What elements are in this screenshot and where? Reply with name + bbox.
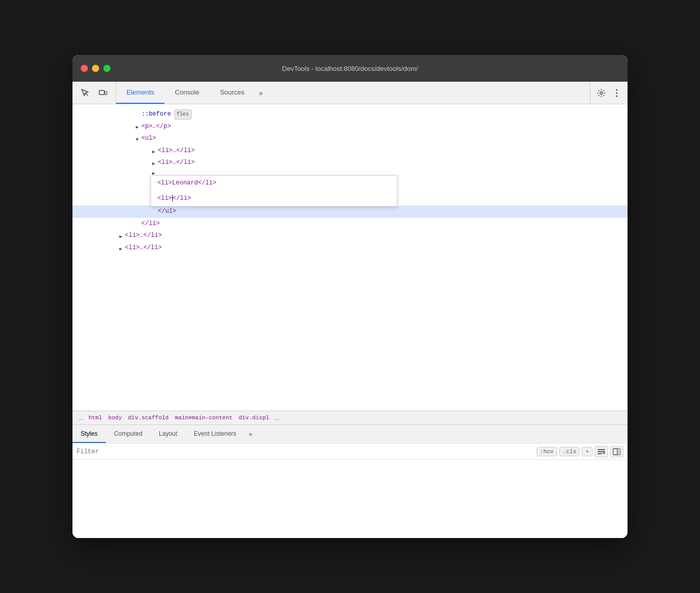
add-style-button[interactable]: + xyxy=(582,447,593,456)
close-button[interactable] xyxy=(81,65,88,72)
dom-line-ul-close[interactable]: </ul> xyxy=(72,206,628,218)
styles-tabs: Styles Computed Layout Event Listeners » xyxy=(72,425,628,443)
svg-point-5 xyxy=(616,92,618,94)
tag-p: <p>…</p> xyxy=(141,121,171,133)
dom-line-li-1[interactable]: <li>…</li> xyxy=(72,145,628,157)
tag-li-close: </li> xyxy=(141,218,160,230)
svg-point-3 xyxy=(600,91,603,94)
triangle-ul[interactable] xyxy=(134,136,140,142)
styles-tabs-more-button[interactable]: » xyxy=(245,425,256,443)
breadcrumb-ellipsis-right[interactable]: ... xyxy=(272,414,281,422)
tag-li-1: <li>…</li> xyxy=(158,145,195,157)
toggle-sidebar-button[interactable] xyxy=(610,446,623,457)
tag-li-2: <li>…</li> xyxy=(158,157,195,169)
traffic-lights xyxy=(81,65,110,72)
autocomplete-popup: <li>Leonard</li> <li></li> xyxy=(151,175,397,207)
dom-line-before[interactable]: ::before flex xyxy=(72,108,628,121)
svg-rect-8 xyxy=(598,451,605,452)
new-style-rule-button[interactable] xyxy=(595,446,608,457)
breadcrumb-main[interactable]: main#main-content xyxy=(172,414,235,422)
breadcrumb-div-scaffold[interactable]: div.scaffold xyxy=(125,414,172,422)
toolbar-icons xyxy=(72,82,116,104)
autocomplete-container: <li>Leonard</li> <li></li> xyxy=(72,169,628,207)
maximize-button[interactable] xyxy=(103,65,110,72)
autocomplete-item-1[interactable]: <li>Leonard</li> xyxy=(151,176,397,191)
filter-input[interactable] xyxy=(77,448,535,455)
breadcrumb-bar: ... html body div.scaffold main#main-con… xyxy=(72,411,628,425)
svg-point-4 xyxy=(616,89,618,90)
window-title: DevTools - localhost:8080/docs/devtools/… xyxy=(282,65,418,72)
svg-rect-11 xyxy=(603,452,604,454)
hov-button[interactable]: :hov xyxy=(537,447,557,456)
devtools-panel: Elements Console Sources » xyxy=(72,82,628,538)
autocomplete-tag-1: <li>Leonard</li> xyxy=(157,179,216,187)
main-toolbar: Elements Console Sources » xyxy=(72,82,628,104)
tag-ul-close: </ul> xyxy=(158,206,176,217)
device-toolbar-button[interactable] xyxy=(96,86,109,100)
title-bar: DevTools - localhost:8080/docs/devtools/… xyxy=(72,55,628,82)
triangle-li-2[interactable] xyxy=(151,160,157,166)
elements-panel: ::before flex <p>…</p> <ul> <li>…</li> xyxy=(72,104,628,538)
customize-menu-button[interactable] xyxy=(610,86,623,100)
triangle-li-4[interactable] xyxy=(118,245,124,251)
badge-flex: flex xyxy=(174,109,192,120)
tag-ul-open: <ul> xyxy=(141,133,156,144)
dom-line-li-4[interactable]: <li>…</li> xyxy=(72,242,628,254)
triangle-p[interactable] xyxy=(134,123,140,129)
toolbar-right xyxy=(590,82,628,104)
settings-button[interactable] xyxy=(595,86,608,100)
dom-line-li-2[interactable]: <li>…</li> xyxy=(72,157,628,169)
devtools-window: DevTools - localhost:8080/docs/devtools/… xyxy=(72,55,628,538)
breadcrumb-ellipsis-left[interactable]: ... xyxy=(77,414,85,422)
pseudo-before: ::before xyxy=(141,109,171,120)
svg-rect-9 xyxy=(598,453,602,454)
styles-tab-computed[interactable]: Computed xyxy=(106,425,151,443)
tab-sources[interactable]: Sources xyxy=(210,82,255,104)
autocomplete-tag-2: <li></li> xyxy=(157,195,191,202)
svg-rect-2 xyxy=(105,91,107,95)
dom-tree[interactable]: ::before flex <p>…</p> <ul> <li>…</li> xyxy=(72,104,628,411)
minimize-button[interactable] xyxy=(92,65,99,72)
svg-line-0 xyxy=(85,93,88,96)
breadcrumb-html[interactable]: html xyxy=(85,414,105,422)
styles-tab-styles[interactable]: Styles xyxy=(72,425,106,443)
cls-button[interactable]: .cls xyxy=(559,447,580,456)
dom-line-li-close[interactable]: </li> xyxy=(72,218,628,230)
filter-bar: :hov .cls + xyxy=(72,443,628,460)
inspect-element-button[interactable] xyxy=(79,86,92,100)
cursor xyxy=(172,195,173,201)
tag-li-3: <li>…</li> xyxy=(125,230,162,242)
main-tabs: Elements Console Sources » xyxy=(116,82,590,104)
breadcrumb-div-displ[interactable]: div.displ xyxy=(235,414,272,422)
triangle-li-1[interactable] xyxy=(151,148,157,154)
dom-line-p[interactable]: <p>…</p> xyxy=(72,121,628,133)
svg-point-6 xyxy=(616,95,618,97)
styles-tab-event-listeners[interactable]: Event Listeners xyxy=(186,425,245,443)
dom-line-li-3[interactable]: <li>…</li> xyxy=(72,230,628,242)
svg-rect-13 xyxy=(617,449,620,455)
tag-li-4: <li>…</li> xyxy=(125,243,162,254)
dom-line-ul[interactable]: <ul> xyxy=(72,133,628,145)
svg-rect-1 xyxy=(99,90,104,95)
tab-console[interactable]: Console xyxy=(164,82,210,104)
tabs-more-button[interactable]: » xyxy=(255,82,267,104)
styles-tab-layout[interactable]: Layout xyxy=(151,425,186,443)
breadcrumb-body[interactable]: body xyxy=(105,414,125,422)
svg-rect-7 xyxy=(598,449,605,450)
autocomplete-item-2[interactable]: <li></li> xyxy=(151,191,397,207)
styles-panel: Styles Computed Layout Event Listeners » xyxy=(72,425,628,538)
tab-elements[interactable]: Elements xyxy=(116,82,164,104)
triangle-li-3[interactable] xyxy=(118,233,124,239)
